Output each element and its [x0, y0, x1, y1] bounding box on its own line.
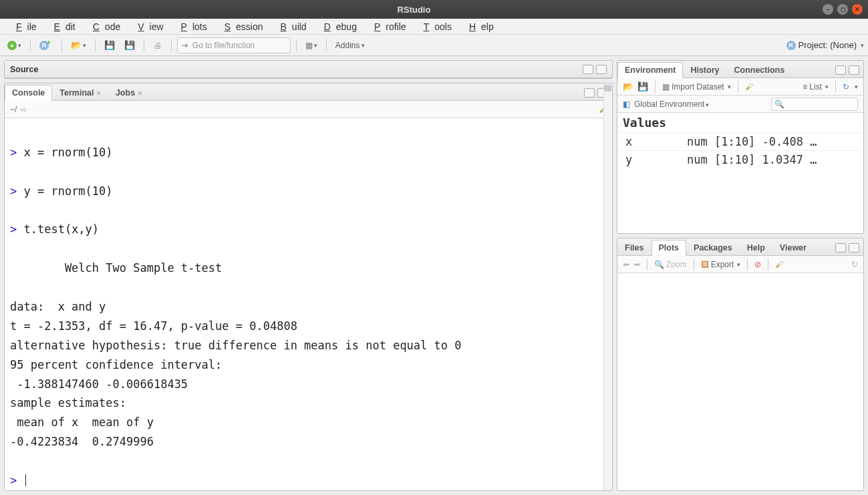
save-workspace-icon[interactable]: 💾: [637, 81, 648, 92]
refresh-plots-icon[interactable]: ↻: [851, 260, 858, 269]
export-button[interactable]: 🖼Export▾: [701, 260, 741, 269]
save-button[interactable]: 💾: [101, 37, 118, 53]
tab-console[interactable]: Console: [5, 85, 52, 101]
source-panel: Source: [4, 60, 613, 79]
new-project-button[interactable]: R+: [36, 37, 56, 53]
goto-placeholder: Go to file/function: [192, 41, 255, 50]
env-maximize-icon[interactable]: [849, 65, 859, 75]
close-icon[interactable]: ×: [96, 89, 100, 97]
menu-file[interactable]: File: [5, 20, 42, 33]
console-minimize-icon[interactable]: [584, 88, 595, 98]
addins-button[interactable]: Addins▾: [332, 37, 368, 53]
plot-prev-icon[interactable]: ⬅: [623, 260, 629, 269]
wd-forward-icon[interactable]: ➪: [21, 105, 27, 114]
maximize-button[interactable]: ◻: [837, 4, 848, 15]
env-var-value: num [1:10] 1.0347 …: [684, 151, 863, 168]
env-var-value: num [1:10] -0.408 …: [684, 133, 863, 150]
main-toolbar: +▾ R+ 📂▾ 💾 💾 🖨 ➔ Go to file/function ▦▾ …: [0, 35, 868, 56]
source-minimize-icon[interactable]: [583, 65, 593, 74]
menu-plots[interactable]: Plots: [170, 20, 212, 33]
open-file-button[interactable]: 📂▾: [67, 37, 90, 53]
tab-connections[interactable]: Connections: [726, 62, 792, 78]
rlogo-icon: ◧: [623, 100, 630, 109]
console-panel: Console Terminal× Jobs× ~/ ➪ 🖌 > x = rno…: [4, 83, 613, 491]
close-button[interactable]: ✕: [852, 4, 863, 15]
env-variable-row[interactable]: xnum [1:10] -0.408 …: [617, 132, 863, 150]
import-dataset-button[interactable]: ▦Import Dataset▾: [662, 82, 731, 92]
load-workspace-icon[interactable]: 📂: [623, 81, 633, 92]
env-variable-row[interactable]: ynum [1:10] 1.0347 …: [617, 150, 863, 168]
goto-icon: ➔: [182, 41, 188, 50]
list-view-button[interactable]: ≡ List▾: [803, 82, 829, 92]
plots-maximize-icon[interactable]: [849, 243, 859, 253]
tab-history[interactable]: History: [683, 62, 726, 78]
menu-edit[interactable]: Edit: [43, 20, 81, 33]
menu-code[interactable]: Code: [82, 20, 126, 33]
plot-area: [617, 273, 863, 490]
clear-plots-icon[interactable]: 🖌: [775, 260, 783, 269]
tab-files[interactable]: Files: [617, 240, 652, 256]
source-maximize-icon[interactable]: [596, 65, 607, 74]
tab-plots[interactable]: Plots: [652, 240, 687, 256]
zoom-button[interactable]: 🔍 Zoom: [654, 260, 687, 269]
project-icon: R: [786, 41, 796, 50]
menu-debug[interactable]: Debug: [313, 20, 362, 33]
env-search-input[interactable]: 🔍: [771, 98, 858, 111]
working-directory[interactable]: ~/: [10, 105, 17, 114]
env-section-values: Values: [617, 113, 863, 132]
menu-bar: File Edit Code View Plots Session Build …: [0, 19, 868, 35]
environment-list: Values xnum [1:10] -0.408 …ynum [1:10] 1…: [617, 113, 863, 233]
plots-minimize-icon[interactable]: [835, 243, 846, 253]
goto-file-function-input[interactable]: ➔ Go to file/function: [177, 37, 291, 53]
source-panel-title: Source: [10, 65, 38, 74]
console-output[interactable]: > x = rnorm(10) > y = rnorm(10) > t.test…: [5, 118, 612, 490]
env-scope-selector[interactable]: Global Environment▾: [634, 100, 709, 109]
tab-jobs[interactable]: Jobs×: [108, 85, 150, 101]
menu-tools[interactable]: Tools: [413, 20, 457, 33]
tab-environment[interactable]: Environment: [617, 62, 683, 78]
menu-profile[interactable]: Profile: [364, 20, 412, 33]
env-minimize-icon[interactable]: [835, 65, 846, 75]
menu-help[interactable]: Help: [458, 20, 499, 33]
window-controls: – ◻ ✕: [823, 4, 863, 15]
remove-plot-icon[interactable]: ⊘: [754, 260, 761, 269]
project-menu[interactable]: R Project: (None) ▾: [786, 40, 864, 50]
refresh-env-icon[interactable]: ↻: [843, 82, 849, 92]
workspace: Source Console Terminal× Jobs× ~/: [0, 56, 868, 495]
print-button[interactable]: 🖨: [150, 37, 166, 53]
tab-packages[interactable]: Packages: [686, 240, 740, 256]
close-icon[interactable]: ×: [138, 89, 142, 97]
clear-workspace-icon[interactable]: 🖌: [745, 82, 753, 92]
grid-tool-button[interactable]: ▦▾: [302, 37, 321, 53]
env-var-name: x: [617, 133, 684, 150]
save-all-button[interactable]: 💾: [121, 37, 138, 53]
minimize-button[interactable]: –: [823, 4, 833, 15]
menu-session[interactable]: Session: [214, 20, 269, 33]
tab-viewer[interactable]: Viewer: [772, 240, 814, 256]
tab-terminal[interactable]: Terminal×: [52, 85, 108, 101]
search-icon: 🔍: [774, 100, 784, 109]
plots-panel: Files Plots Packages Help Viewer ⬅ ➡ 🔍 Z…: [617, 238, 864, 491]
env-var-name: y: [617, 151, 684, 168]
tab-help[interactable]: Help: [740, 240, 772, 256]
environment-panel: Environment History Connections 📂 💾 ▦Imp…: [617, 60, 864, 234]
window-title: RStudio: [5, 5, 823, 15]
console-tabs: Console Terminal× Jobs×: [5, 84, 612, 101]
console-scrollbar[interactable]: [603, 84, 612, 490]
plot-next-icon[interactable]: ➡: [633, 260, 640, 269]
menu-view[interactable]: View: [127, 20, 168, 33]
console-path-bar: ~/ ➪ 🖌: [5, 101, 612, 118]
menu-build[interactable]: Build: [270, 20, 312, 33]
window-titlebar: RStudio – ◻ ✕: [0, 0, 868, 19]
new-file-button[interactable]: +▾: [4, 37, 25, 53]
